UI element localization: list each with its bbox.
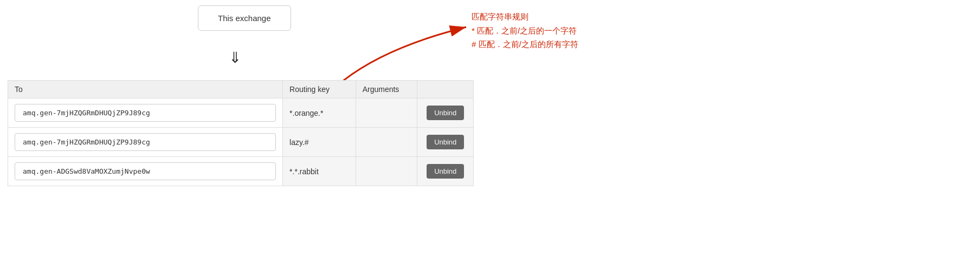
col-header-to: To	[8, 81, 283, 98]
exchange-box: This exchange	[198, 5, 291, 31]
col-header-action	[417, 81, 474, 98]
bindings-table-wrapper: To Routing key Arguments amq.gen-7mjHZQG…	[8, 80, 474, 186]
table-row: amq.gen-7mjHZQGRmDHUQjZP9J89cg*.orange.*…	[8, 98, 474, 128]
routing-key-1: lazy.#	[283, 128, 356, 157]
routing-key-2: *.*.rabbit	[283, 157, 356, 186]
action-cell-2: Unbind	[417, 157, 474, 186]
unbind-button-1[interactable]: Unbind	[427, 135, 464, 149]
queue-cell-1: amq.gen-7mjHZQGRmDHUQjZP9J89cg	[8, 128, 283, 157]
queue-cell-2: amq.gen-ADGSwd8VaMOXZumjNvpe0w	[8, 157, 283, 186]
unbind-button-2[interactable]: Unbind	[427, 164, 464, 179]
action-cell-1: Unbind	[417, 128, 474, 157]
queue-cell-0: amq.gen-7mjHZQGRmDHUQjZP9J89cg	[8, 98, 283, 128]
action-cell-0: Unbind	[417, 98, 474, 128]
bindings-table: To Routing key Arguments amq.gen-7mjHZQG…	[8, 80, 474, 186]
arguments-cell-0	[356, 98, 417, 128]
table-header-row: To Routing key Arguments	[8, 81, 474, 98]
annotation-text: 匹配字符串规则 * 匹配．之前/之后的一个字符 # 匹配．之前/之后的所有字符	[472, 10, 578, 51]
col-header-arguments: Arguments	[356, 81, 417, 98]
down-arrow-icon: ⇓	[229, 49, 241, 67]
routing-key-0: *.orange.*	[283, 98, 356, 128]
annotation-line1: 匹配字符串规则	[472, 10, 578, 24]
table-row: amq.gen-7mjHZQGRmDHUQjZP9J89cglazy.#Unbi…	[8, 128, 474, 157]
unbind-button-0[interactable]: Unbind	[427, 106, 464, 120]
table-row: amq.gen-ADGSwd8VaMOXZumjNvpe0w*.*.rabbit…	[8, 157, 474, 186]
arguments-cell-1	[356, 128, 417, 157]
queue-name-1: amq.gen-7mjHZQGRmDHUQjZP9J89cg	[15, 133, 276, 151]
arguments-cell-2	[356, 157, 417, 186]
col-header-routing-key: Routing key	[283, 81, 356, 98]
annotation-line3: # 匹配．之前/之后的所有字符	[472, 37, 578, 51]
queue-name-2: amq.gen-ADGSwd8VaMOXZumjNvpe0w	[15, 162, 276, 180]
queue-name-0: amq.gen-7mjHZQGRmDHUQjZP9J89cg	[15, 104, 276, 122]
annotation-line2: * 匹配．之前/之后的一个字符	[472, 24, 578, 38]
